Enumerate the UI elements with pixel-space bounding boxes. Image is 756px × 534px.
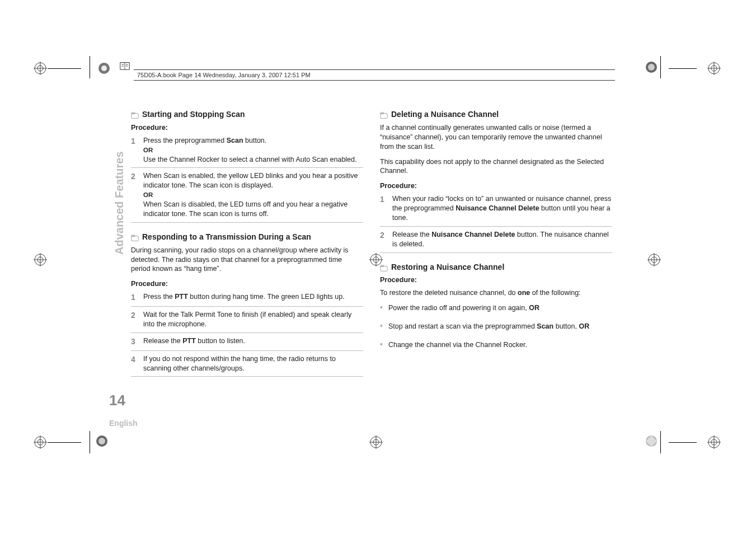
step-1: 1 When your radio “locks on to” an unwan… <box>380 194 612 227</box>
registration-mark-icon <box>647 253 661 266</box>
step-body: Release the PTT button to listen. <box>143 336 363 347</box>
topic-icon <box>131 111 139 118</box>
topic-icon <box>380 111 388 118</box>
crop-mark <box>669 442 697 443</box>
procedure-label: Procedure: <box>380 275 612 285</box>
registration-mark-icon <box>34 435 47 449</box>
registration-mark-icon <box>707 435 721 449</box>
crop-mark <box>660 431 661 453</box>
crop-mark <box>669 68 697 69</box>
step-4: 4 If you do not respond within the hang … <box>131 354 363 377</box>
header-text: 75D05-A.book Page 14 Wednesday, January … <box>137 72 311 78</box>
decorative-mark-icon <box>95 434 109 448</box>
heading-text: Restoring a Nuisance Channel <box>391 262 504 273</box>
step-number: 2 <box>131 310 138 329</box>
step-number: 2 <box>131 171 138 218</box>
step-2: 2 Wait for the Talk Permit Tone to finis… <box>131 310 363 333</box>
crop-mark <box>90 56 90 78</box>
paragraph: To restore the deleted nuisance channel,… <box>380 288 612 298</box>
section-tab-label: Advanced Features <box>113 151 126 255</box>
section-heading-restoring-nuisance: Restoring a Nuisance Channel <box>380 262 612 273</box>
list-item: • Stop and restart a scan via the prepro… <box>380 322 612 335</box>
step-number: 4 <box>131 354 138 373</box>
book-icon <box>119 60 131 75</box>
procedure-label: Procedure: <box>380 181 612 191</box>
section-heading-responding: Responding to a Transmission During a Sc… <box>131 232 363 242</box>
procedure-label: Procedure: <box>131 123 363 133</box>
step-body: Wait for the Talk Permit Tone to finish … <box>143 310 363 329</box>
crop-mark <box>48 68 81 69</box>
step-body: Press the PTT button during hang time. T… <box>143 292 363 303</box>
svg-point-33 <box>648 64 655 71</box>
step-body: When Scan is enabled, the yellow LED bli… <box>143 171 363 218</box>
language-label: English <box>109 419 138 428</box>
bullet-icon: • <box>380 340 383 350</box>
topic-icon <box>131 233 139 240</box>
heading-text: Responding to a Transmission During a Sc… <box>142 232 311 242</box>
step-body: If you do not respond within the hang ti… <box>143 354 363 373</box>
step-number: 1 <box>131 292 138 303</box>
bullet-text: Power the radio off and powering it on a… <box>388 303 539 313</box>
registration-mark-icon <box>369 435 383 449</box>
paragraph: During scanning, your radio stops on a c… <box>131 246 363 274</box>
step-2: 2 When Scan is enabled, the yellow LED b… <box>131 171 363 222</box>
step-body: Press the preprogrammed Scan button. OR … <box>143 136 363 165</box>
bullet-text: Change the channel via the Channel Rocke… <box>388 340 527 350</box>
paragraph: This capability does not apply to the ch… <box>380 157 612 176</box>
step-number: 1 <box>380 194 387 223</box>
bullet-icon: • <box>380 322 383 331</box>
registration-mark-icon <box>707 62 721 75</box>
step-number: 3 <box>131 336 138 347</box>
list-item: • Power the radio off and powering it on… <box>380 303 612 316</box>
svg-point-38 <box>101 65 107 71</box>
page-header: 75D05-A.book Page 14 Wednesday, January … <box>134 69 615 81</box>
svg-point-35 <box>98 438 105 444</box>
step-number: 1 <box>131 136 138 165</box>
bullet-text: Stop and restart a scan via the preprogr… <box>388 322 589 331</box>
paragraph: If a channel continually generates unwan… <box>380 123 612 152</box>
step-number: 2 <box>380 230 387 249</box>
heading-text: Starting and Stopping Scan <box>142 109 245 120</box>
crop-mark <box>660 56 661 78</box>
step-body: Release the Nuisance Channel Delete butt… <box>392 230 612 249</box>
crop-mark <box>90 431 90 453</box>
section-heading-deleting-nuisance: Deleting a Nuisance Channel <box>380 109 612 120</box>
left-column: Starting and Stopping Scan Procedure: 1 … <box>131 109 363 380</box>
step-body: When your radio “locks on to” an unwante… <box>392 194 612 223</box>
step-2: 2 Release the Nuisance Channel Delete bu… <box>380 230 612 253</box>
bullet-list: • Power the radio off and powering it on… <box>380 303 612 353</box>
step-1: 1 Press the PTT button during hang time.… <box>131 292 363 307</box>
page-number: 14 <box>109 392 125 409</box>
step-1: 1 Press the preprogrammed Scan button. O… <box>131 136 363 168</box>
decorative-mark-icon <box>645 60 658 74</box>
decorative-mark-icon <box>97 62 111 75</box>
section-heading-starting-scan: Starting and Stopping Scan <box>131 109 363 120</box>
crop-mark <box>48 442 81 443</box>
topic-icon <box>380 264 388 270</box>
right-column: Deleting a Nuisance Channel If a channel… <box>380 109 612 380</box>
bullet-icon: • <box>380 303 383 313</box>
registration-mark-icon <box>34 253 47 266</box>
registration-mark-icon <box>34 62 47 75</box>
step-3: 3 Release the PTT button to listen. <box>131 336 363 351</box>
page-content: Starting and Stopping Scan Procedure: 1 … <box>131 109 612 380</box>
decorative-mark-icon <box>645 434 658 448</box>
list-item: • Change the channel via the Channel Roc… <box>380 340 612 353</box>
procedure-label: Procedure: <box>131 279 363 289</box>
heading-text: Deleting a Nuisance Channel <box>391 109 499 120</box>
